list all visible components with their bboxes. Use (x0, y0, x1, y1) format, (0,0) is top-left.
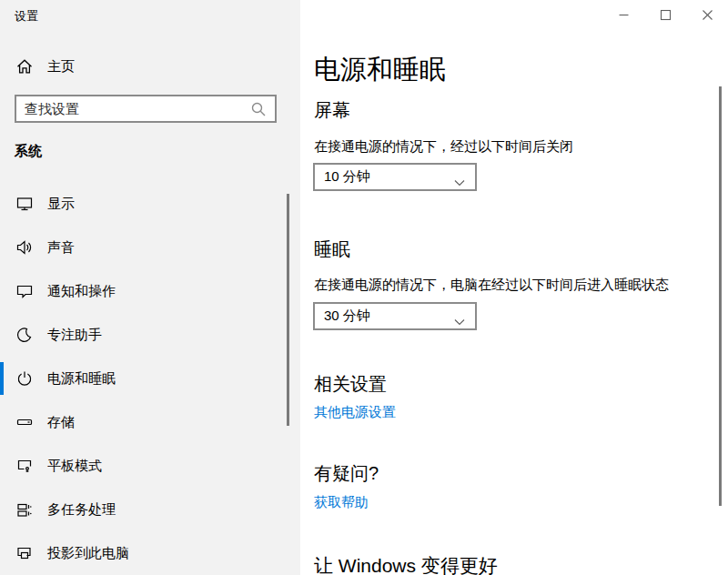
related-settings-title: 相关设置 (314, 372, 387, 397)
sleep-timeout-value: 30 分钟 (324, 308, 454, 325)
home-icon (15, 57, 34, 76)
get-help-link[interactable]: 获取帮助 (314, 494, 369, 511)
multitasking-icon (15, 500, 34, 519)
minimize-button[interactable] (602, 0, 644, 29)
selected-indicator (0, 493, 4, 526)
settings-window: 设置 主页 系统 显示声音通知和操作专注助手电源和睡眠存储平板模式多任务处理投影… (0, 0, 728, 575)
storage-icon (15, 413, 34, 431)
screen-section-title: 屏幕 (314, 98, 350, 123)
sidebar-nav: 显示声音通知和操作专注助手电源和睡眠存储平板模式多任务处理投影到此电脑 (0, 182, 287, 575)
sidebar-item-notifications[interactable]: 通知和操作 (0, 269, 287, 313)
sidebar-item-projecting[interactable]: 投影到此电脑 (0, 531, 287, 575)
selected-indicator (0, 187, 4, 220)
sidebar-section-label: 系统 (15, 143, 42, 160)
maximize-icon (661, 10, 671, 20)
additional-power-settings-link[interactable]: 其他电源设置 (314, 404, 396, 421)
main-content: 电源和睡眠 屏幕 在接通电源的情况下，经过以下时间后关闭 10 分钟 睡眠 在接… (300, 0, 728, 575)
selected-indicator (0, 275, 4, 308)
screen-timeout-dropdown[interactable]: 10 分钟 (313, 163, 477, 191)
sidebar-item-focus-assist[interactable]: 专注助手 (0, 313, 287, 357)
chevron-down-icon (454, 313, 465, 320)
screen-timeout-value: 10 分钟 (324, 168, 454, 186)
app-title: 设置 (15, 8, 38, 25)
sidebar-item-display[interactable]: 显示 (0, 182, 287, 226)
search-icon[interactable] (250, 101, 267, 117)
sidebar-item-label: 投影到此电脑 (47, 545, 129, 562)
sidebar-item-label: 专注助手 (47, 327, 102, 344)
sidebar-scrollbar[interactable] (287, 194, 289, 426)
sleep-timeout-dropdown[interactable]: 30 分钟 (313, 302, 477, 330)
main-scrollbar[interactable] (719, 86, 722, 506)
minimize-icon (619, 10, 629, 20)
sidebar-item-storage[interactable]: 存储 (0, 400, 287, 444)
search-box (15, 95, 277, 123)
screen-section-description: 在接通电源的情况下，经过以下时间后关闭 (314, 138, 573, 156)
sidebar-item-power-sleep[interactable]: 电源和睡眠 (0, 357, 287, 400)
close-icon (703, 10, 713, 20)
sidebar-item-label: 平板模式 (47, 458, 102, 475)
close-button[interactable] (686, 0, 728, 29)
sidebar-item-home[interactable]: 主页 (0, 52, 287, 81)
sound-icon (15, 238, 34, 257)
projecting-icon (15, 544, 34, 562)
sidebar-item-sound[interactable]: 声音 (0, 226, 287, 269)
selected-indicator (0, 449, 4, 482)
page-title: 电源和睡眠 (314, 52, 446, 88)
selected-indicator (0, 362, 4, 395)
display-icon (15, 195, 34, 213)
help-section-title: 有疑问? (314, 461, 379, 486)
sidebar-item-label: 主页 (47, 58, 75, 76)
power-icon (15, 369, 34, 388)
sidebar-item-tablet-mode[interactable]: 平板模式 (0, 444, 287, 488)
search-input[interactable] (16, 101, 250, 116)
sidebar-item-label: 通知和操作 (47, 283, 116, 300)
focus-assist-icon (15, 326, 34, 344)
chevron-down-icon (454, 174, 465, 181)
maximize-button[interactable] (644, 0, 686, 29)
sleep-section-description: 在接通电源的情况下，电脑在经过以下时间后进入睡眠状态 (314, 277, 669, 294)
selected-indicator (0, 318, 4, 351)
sidebar-item-label: 电源和睡眠 (47, 370, 116, 388)
sidebar: 设置 主页 系统 显示声音通知和操作专注助手电源和睡眠存储平板模式多任务处理投影… (0, 0, 300, 575)
selected-indicator (0, 231, 4, 264)
sleep-section-title: 睡眠 (314, 237, 350, 262)
sidebar-item-multitasking[interactable]: 多任务处理 (0, 488, 287, 531)
caption-buttons (602, 0, 728, 29)
sidebar-item-label: 显示 (47, 196, 75, 213)
sidebar-item-label: 声音 (47, 239, 75, 257)
feedback-section-title: 让 Windows 变得更好 (314, 553, 498, 575)
sidebar-item-label: 存储 (47, 414, 75, 431)
sidebar-item-label: 多任务处理 (47, 501, 116, 519)
selected-indicator (0, 537, 4, 570)
selected-indicator (0, 406, 4, 439)
tablet-mode-icon (15, 457, 34, 475)
notifications-icon (15, 282, 34, 300)
